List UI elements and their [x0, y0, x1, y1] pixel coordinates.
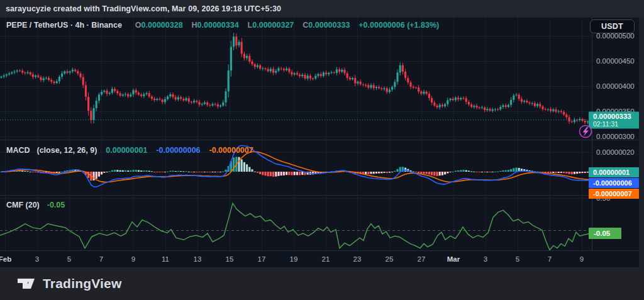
price-chart-canvas[interactable]: 0.000005000.000004500.000004000.00000350… [0, 18, 639, 267]
time-axis-label: 25 [386, 255, 394, 263]
macd-hist-value: 0.00000001 [106, 146, 147, 155]
time-axis-label: 23 [353, 255, 362, 263]
low-value: 0.00000327 [252, 21, 294, 30]
cmf-title[interactable]: CMF (20) [6, 201, 40, 209]
svg-text:-0.00000006: -0.00000006 [593, 179, 632, 187]
price-scale-label: 0.00000400 [596, 82, 635, 90]
cmf-value: -0.05 [47, 201, 65, 209]
macd-params: (close, 12, 26, 9) [36, 146, 97, 155]
time-axis-label: 3 [484, 255, 487, 263]
open-value: 0.00000328 [142, 21, 183, 30]
footer-bar: TradingView [0, 267, 644, 300]
currency-toggle-button[interactable]: USDT [590, 19, 635, 33]
macd-title[interactable]: MACD [6, 146, 30, 155]
right-frame [639, 18, 644, 267]
macd-scale-label: 0.00000020 [596, 148, 635, 156]
countdown-timer: 02:11:31 [593, 120, 618, 128]
time-axis-label: 27 [418, 255, 426, 263]
svg-text:0.00000333: 0.00000333 [593, 113, 631, 120]
symbol-title[interactable]: PEPE / TetherUS · 4h · Binance [6, 21, 122, 30]
svg-text:0.00000001: 0.00000001 [593, 169, 630, 176]
high-label: H [192, 21, 197, 30]
time-axis-label: 21 [322, 255, 330, 263]
close-value: 0.00000333 [308, 21, 350, 30]
svg-text:-0.00000007: -0.00000007 [593, 190, 632, 197]
time-axis-label: 3 [35, 255, 39, 263]
time-axis-label: 9 [131, 255, 135, 263]
time-axis-label: Feb [0, 255, 11, 263]
time-axis-label: 15 [226, 255, 234, 263]
attribution-text: sarayucyzie created with TradingView.com… [6, 4, 281, 13]
symbol-legend: PEPE / TetherUS · 4h · Binance O0.000003… [6, 21, 439, 30]
change-value: +0.00000006 (+1.83%) [358, 21, 439, 30]
time-axis-label: 13 [194, 255, 202, 263]
time-axis-label: 17 [258, 255, 266, 263]
time-axis-label: 19 [290, 255, 298, 263]
svg-text:-0.05: -0.05 [594, 230, 611, 237]
tradingview-logo-icon[interactable] [17, 274, 36, 293]
price-scale-label: 0.00000450 [596, 57, 635, 65]
time-axis-label: 7 [99, 255, 103, 263]
time-axis-label: 5 [67, 255, 71, 263]
tradingview-brand-text[interactable]: TradingView [43, 276, 122, 291]
time-axis-label: 7 [548, 255, 552, 263]
macd-signal-value: -0.00000007 [209, 146, 253, 155]
boost-lightning-icon[interactable] [580, 126, 592, 138]
time-axis-label: 9 [580, 255, 584, 263]
attribution-bar: sarayucyzie created with TradingView.com… [0, 0, 644, 18]
cmf-legend: CMF (20) -0.05 [6, 201, 65, 209]
close-label: C [303, 21, 308, 30]
macd-line-value: -0.00000006 [156, 146, 200, 155]
high-value: 0.00000334 [197, 21, 239, 30]
time-axis-label: 11 [162, 255, 169, 263]
chart-area[interactable]: 0.000005000.000004500.000004000.00000350… [0, 18, 639, 267]
price-scale-label: 0.00000300 [596, 133, 635, 140]
open-label: O [135, 21, 142, 30]
time-axis-label: 5 [516, 255, 519, 263]
time-axis-label: Mar [447, 255, 460, 263]
macd-legend: MACD (close, 12, 26, 9) 0.00000001 -0.00… [6, 146, 253, 155]
